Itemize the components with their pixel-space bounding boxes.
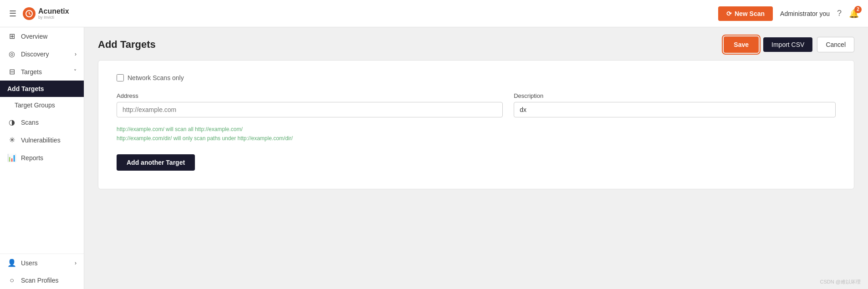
- network-scans-label[interactable]: Network Scans only: [128, 74, 184, 81]
- sidebar-item-overview[interactable]: ⊞ Overview: [0, 27, 84, 45]
- users-icon: 👤: [7, 259, 16, 267]
- network-scans-row: Network Scans only: [117, 74, 836, 81]
- sidebar-item-discovery[interactable]: ◎ Discovery ›: [0, 45, 84, 63]
- page-header: Add Targets Save Import CSV Cancel: [84, 27, 868, 60]
- description-input[interactable]: [514, 102, 836, 117]
- vulnerabilities-icon: ✳: [7, 136, 16, 144]
- scan-icon: ⟳: [726, 10, 732, 17]
- logo: Acunetix by Invicti: [23, 7, 69, 20]
- network-scans-checkbox[interactable]: [117, 74, 124, 81]
- fields-row: Address Description: [117, 92, 836, 117]
- scans-icon: ◑: [7, 118, 16, 127]
- sidebar-label-add-targets: Add Targets: [7, 85, 44, 92]
- page-title: Add Targets: [98, 39, 156, 51]
- topnav-right: ⟳ New Scan Administrator you ? 🔔 2: [718, 6, 859, 21]
- admin-label: Administrator you: [780, 10, 830, 17]
- logo-sub: by Invicti: [38, 15, 69, 20]
- logo-text-block: Acunetix by Invicti: [38, 7, 69, 20]
- import-csv-button[interactable]: Import CSV: [763, 37, 812, 52]
- discovery-icon: ◎: [7, 50, 16, 58]
- address-input[interactable]: [117, 102, 503, 117]
- description-field-group: Description: [514, 92, 836, 117]
- sidebar-label-discovery: Discovery: [21, 51, 49, 58]
- sidebar-item-add-targets[interactable]: Add Targets: [0, 81, 84, 97]
- logo-icon: [23, 7, 36, 20]
- save-button[interactable]: Save: [724, 36, 759, 53]
- add-another-target-button[interactable]: Add another Target: [117, 154, 195, 171]
- reports-icon: 📊: [7, 153, 16, 162]
- help-icon[interactable]: ?: [837, 9, 842, 18]
- hint-text: http://example.com/ will scan all http:/…: [117, 125, 836, 143]
- sidebar-item-targets[interactable]: ⊟ Targets ˅: [0, 63, 84, 81]
- address-field-group: Address: [117, 92, 503, 117]
- sidebar-label-reports: Reports: [21, 154, 43, 162]
- notification-badge: 2: [854, 6, 862, 13]
- sidebar-item-reports[interactable]: 📊 Reports: [0, 149, 84, 167]
- sidebar-item-scans[interactable]: ◑ Scans: [0, 113, 84, 131]
- description-label: Description: [514, 92, 836, 99]
- sidebar-label-overview: Overview: [21, 33, 47, 40]
- chevron-right-users-icon: ›: [75, 260, 77, 266]
- sidebar-label-targets: Targets: [21, 68, 42, 76]
- sidebar: ⊞ Overview ◎ Discovery › ⊟ Targets ˅ Add…: [0, 27, 84, 289]
- watermark: CSDN @难以坏理: [820, 279, 861, 285]
- sidebar-label-vulnerabilities: Vulnerabilities: [21, 137, 61, 144]
- sidebar-label-users: Users: [21, 259, 38, 267]
- chevron-down-icon: ˅: [74, 69, 77, 75]
- targets-icon: ⊟: [7, 67, 16, 76]
- menu-icon[interactable]: ☰: [9, 9, 16, 19]
- main-content: Add Targets Save Import CSV Cancel Netwo…: [84, 27, 868, 289]
- sidebar-item-vulnerabilities[interactable]: ✳ Vulnerabilities: [0, 131, 84, 149]
- new-scan-button[interactable]: ⟳ New Scan: [718, 6, 773, 21]
- chevron-right-icon: ›: [75, 51, 77, 57]
- sidebar-label-scans: Scans: [21, 119, 39, 126]
- overview-icon: ⊞: [7, 32, 16, 41]
- bell-icon[interactable]: 🔔 2: [849, 9, 859, 19]
- sidebar-label-target-groups: Target Groups: [15, 101, 55, 109]
- logo-name: Acunetix: [38, 7, 69, 15]
- sidebar-item-users[interactable]: 👤 Users ›: [0, 254, 84, 272]
- address-label: Address: [117, 92, 503, 99]
- hint-line1: http://example.com/ will scan all http:/…: [117, 126, 243, 132]
- topnav-left: ☰ Acunetix by Invicti: [9, 7, 69, 20]
- add-targets-form: Network Scans only Address Description h…: [98, 60, 854, 189]
- page-actions: Save Import CSV Cancel: [724, 36, 854, 53]
- main-layout: ⊞ Overview ◎ Discovery › ⊟ Targets ˅ Add…: [0, 27, 868, 289]
- scan-profiles-icon: ○: [7, 276, 16, 284]
- cancel-button[interactable]: Cancel: [817, 37, 854, 52]
- sidebar-label-scan-profiles: Scan Profiles: [21, 277, 58, 284]
- top-navigation: ☰ Acunetix by Invicti ⟳ New Scan Adminis…: [0, 0, 868, 27]
- sidebar-item-scan-profiles[interactable]: ○ Scan Profiles: [0, 272, 84, 289]
- hint-line2: http://example.com/dir/ will only scan p…: [117, 135, 293, 142]
- sidebar-item-target-groups[interactable]: Target Groups: [0, 97, 84, 113]
